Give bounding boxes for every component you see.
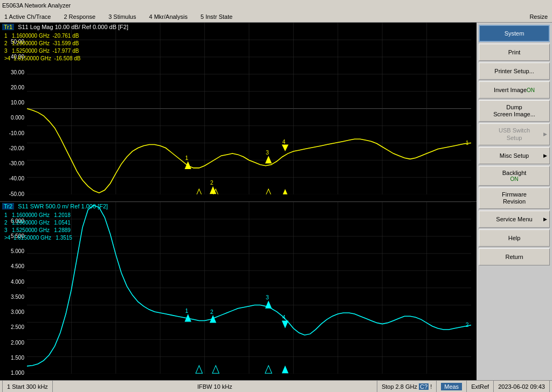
menu-stimulus[interactable]: 3 Stimulus [106,12,138,21]
trace1-marker2-label: 2 [210,180,213,186]
trace2-marker1: 1 1.1600000 GHz 1.2018 [4,212,72,219]
status-datetime: 2023-06-02 09:43 [494,381,550,392]
title-bar: E5063A Network Analyzer [0,0,552,11]
help-button[interactable]: Help [479,229,550,247]
misc-setup-button[interactable]: Misc Setup ▶ [479,147,550,164]
trace2-marker4-arrow [282,320,288,328]
main-layout: Tr1 S11 Log Mag 10.00 dB/ Ref 0.000 dB [… [0,23,552,380]
status-stop: Stop 2.8 GHz C? ! [377,381,437,392]
system-button[interactable]: System [479,25,550,42]
trace2-m2-lbl: 2 [210,309,213,315]
bottom-marker1 [196,189,202,194]
dump-screen-button[interactable]: Dump Screen Image... [479,100,550,122]
trace1-label: Tr1 [2,24,14,30]
trace1-header: Tr1 S11 Log Mag 10.00 dB/ Ref 0.000 dB [… [2,24,128,30]
invert-image-button[interactable]: Invert Image ON [479,81,550,99]
trace2-markers: 1 1.1600000 GHz 1.2018 2 1.2900000 GHz 1… [4,212,72,242]
trace1-svg: 1 2 3 4 1 [27,23,471,194]
exclamation: ! [430,383,432,390]
status-extref: ExtRef [467,381,494,392]
start-label: 1 [7,383,10,390]
right-marker2-label: 2 [466,321,469,327]
meas-badge: Meas [441,383,462,390]
stop-value: Stop 2.8 GHz [382,383,417,390]
trace2-marker4: >4 1.6150000 GHz 1.3515 [4,234,72,242]
trace2-marker3-arrow [265,300,272,308]
status-bar: 1 Start 300 kHz IFBW 10 kHz Stop 2.8 GHz… [0,380,552,392]
resize-button[interactable]: Resize [527,12,550,21]
trace1-markers: 1 1.1600000 GHz -20.761 dB 2 1.2900000 G… [4,32,81,62]
trace1-marker1-arrow [185,161,191,169]
print-button[interactable]: Print [479,44,550,61]
menu-bar: 1 Active Ch/Trace 2 Response 3 Stimulus … [0,11,552,23]
extref-label: ExtRef [471,383,489,390]
trace1-marker2: 2 1.2900000 GHz -31.599 dB [4,40,81,47]
trace2-marker3: 3 1.5250000 GHz 1.2889 [4,227,72,234]
datetime-value: 2023-06-02 09:43 [498,383,545,390]
status-ifbw: IFBW 10 kHz [53,381,377,392]
usb-switch-arrow: ▶ [543,131,547,137]
chart-area: Tr1 S11 Log Mag 10.00 dB/ Ref 0.000 dB [… [0,23,477,380]
trace2-m4-lbl: 4 [282,314,286,320]
menu-mkr-analysis[interactable]: 4 Mkr/Analysis [147,12,190,21]
return-button[interactable]: Return [479,248,550,265]
menu-response[interactable]: 2 Response [61,12,98,21]
trace1-info: S11 Log Mag 10.00 dB/ Ref 0.000 dB [F2] [18,24,128,30]
trace2-marker2: 2 1.2900000 GHz 1.0541 [4,219,72,227]
trace1-marker1: 1 1.1600000 GHz -20.761 dB [4,32,81,40]
usb-switch-button: USB Switch Setup ▶ [479,123,550,145]
trace2-info: S11 SWR 500.0 m/ Ref 1.000 [F2] [18,203,108,209]
trace2-bot-m2 [212,365,219,373]
service-menu-arrow: ▶ [543,216,547,222]
c-indicator: C? [419,383,429,390]
trace2-bot-m3 [265,365,272,373]
service-menu-button[interactable]: Service Menu ▶ [479,211,550,228]
trace2-svg: 1 2 3 4 2 [27,202,471,374]
trace2-header: Tr2 S11 SWR 500.0 m/ Ref 1.000 [F2] [2,203,108,209]
menu-active-ch[interactable]: 1 Active Ch/Trace [2,12,53,21]
printer-setup-button[interactable]: Printer Setup... [479,62,550,80]
trace2-bot-m1 [196,365,202,373]
trace2-bot-m4 [282,365,288,373]
trace2-m1-lbl: 1 [185,307,189,313]
ifbw-value: IFBW 10 kHz [197,383,232,390]
trace1-marker4-arrow [282,145,288,151]
status-start: 1 Start 300 kHz [2,381,53,392]
trace1-marker3-arrow [265,156,272,163]
right-panel: System Print Printer Setup... Invert Ima… [477,23,552,380]
trace2-label: Tr2 [2,203,14,209]
status-meas[interactable]: Meas [437,381,467,392]
right-marker1-label: 1 [466,140,469,146]
backlight-button[interactable]: Backlight ON [479,166,550,186]
start-value: Start 300 kHz [12,383,48,390]
bottom-marker4 [282,189,288,194]
trace1-marker4-label: 4 [282,139,286,145]
menu-instr-state[interactable]: 5 Instr State [198,12,234,21]
misc-setup-arrow: ▶ [543,153,547,158]
trace1-marker3: 3 1.5250000 GHz -17.977 dB [4,47,81,55]
trace1-marker1-label: 1 [185,155,189,161]
firmware-revision-button[interactable]: Firmware Revision [479,187,550,209]
trace2-m3-lbl: 3 [266,295,269,300]
trace1-marker4: >4 1.6150000 GHz -16.508 dB [4,55,81,62]
trace1-panel: Tr1 S11 Log Mag 10.00 dB/ Ref 0.000 dB [… [0,23,477,202]
bottom-marker3 [265,189,272,194]
trace2-panel: Tr2 S11 SWR 500.0 m/ Ref 1.000 [F2] 1 1.… [0,202,477,381]
title-label: E5063A Network Analyzer [2,2,71,9]
trace1-marker3-label: 3 [266,150,269,156]
